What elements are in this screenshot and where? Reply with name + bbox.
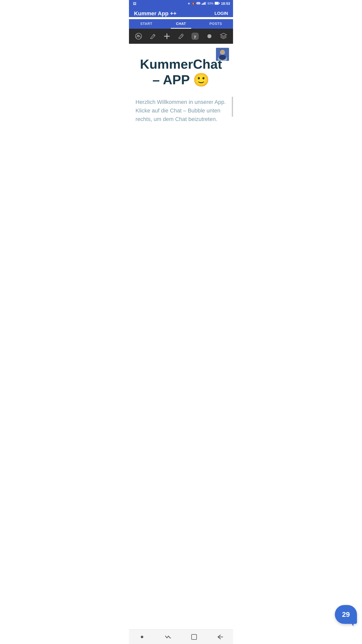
svg-rect-7 bbox=[219, 3, 220, 4]
svg-point-23 bbox=[220, 50, 224, 54]
tab-posts[interactable]: POSTS bbox=[198, 19, 233, 29]
svg-line-15 bbox=[181, 35, 183, 36]
svg-marker-19 bbox=[220, 33, 227, 36]
svg-rect-3 bbox=[205, 2, 205, 5]
svg-rect-2 bbox=[204, 3, 204, 5]
page-heading: KummerChat – APP 🙂 bbox=[134, 56, 228, 88]
mute-icon: 🔇 bbox=[192, 2, 195, 5]
app-title: Kummer App ++ bbox=[134, 10, 176, 17]
svg-text:y: y bbox=[194, 34, 196, 38]
battery-percentage: 93% bbox=[207, 2, 213, 5]
tab-start[interactable]: START bbox=[129, 19, 164, 29]
image-icon: 🖼 bbox=[133, 2, 136, 6]
page-description: Herzlich Willkommen in unserer App. Klic… bbox=[134, 98, 228, 124]
tab-chat[interactable]: CHAT bbox=[164, 19, 198, 29]
login-button[interactable]: LOGIN bbox=[214, 10, 228, 17]
bluetooth-icon: ★ bbox=[188, 2, 190, 5]
wifi-icon bbox=[196, 2, 200, 6]
svg-rect-4 bbox=[206, 2, 206, 5]
svg-rect-6 bbox=[215, 2, 218, 4]
avatar[interactable] bbox=[216, 48, 229, 61]
yoast-icon[interactable]: y bbox=[190, 31, 200, 41]
time-display: 18:53 bbox=[221, 2, 230, 6]
svg-rect-0 bbox=[202, 4, 202, 5]
status-bar-left: 🖼 bbox=[133, 2, 136, 6]
svg-point-24 bbox=[219, 55, 226, 60]
status-bar: 🖼 ★ 🔇 93% bbox=[129, 0, 233, 7]
main-content: KummerChat – APP 🙂 Herzlich Willkommen i… bbox=[129, 44, 233, 220]
scrollbar[interactable] bbox=[231, 44, 233, 220]
signal-icon bbox=[202, 2, 206, 5]
tab-bar: START CHAT POSTS bbox=[129, 19, 233, 29]
avatar-image bbox=[216, 48, 229, 61]
record-icon[interactable] bbox=[204, 31, 214, 41]
brush-icon[interactable] bbox=[148, 31, 158, 41]
toolbar: y bbox=[129, 29, 233, 44]
edit-icon[interactable] bbox=[176, 31, 186, 41]
app-header: Kummer App ++ LOGIN bbox=[129, 7, 233, 17]
svg-point-11 bbox=[138, 36, 139, 37]
layers-icon[interactable] bbox=[218, 31, 229, 41]
svg-point-18 bbox=[207, 34, 211, 38]
dashboard-icon[interactable] bbox=[133, 31, 144, 41]
svg-rect-1 bbox=[203, 3, 203, 5]
status-bar-right: ★ 🔇 93% bbox=[188, 2, 230, 6]
scrollbar-thumb bbox=[232, 97, 233, 117]
battery-icon bbox=[215, 2, 220, 6]
add-icon[interactable] bbox=[162, 31, 172, 41]
